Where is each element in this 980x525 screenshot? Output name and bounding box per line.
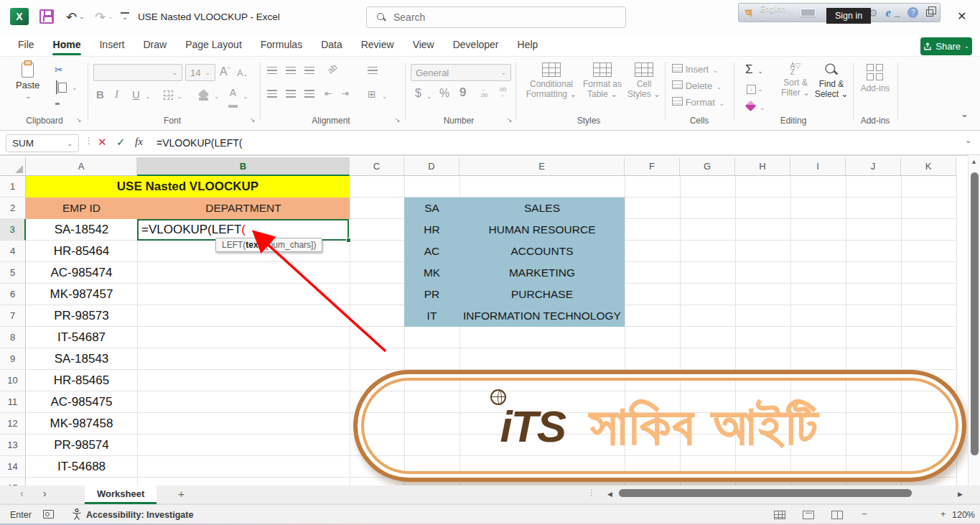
orientation-icon[interactable]: ab [325, 62, 339, 75]
underline-button[interactable]: U [132, 88, 140, 101]
formula-bar-drag-dots[interactable]: ⋮ [85, 136, 93, 146]
table-row[interactable]: ACACCOUNTS [404, 241, 625, 262]
undo-button[interactable]: ↶⌄ [66, 9, 85, 24]
currency-format-icon[interactable]: $ [415, 87, 421, 100]
table-row[interactable]: MKMARKETING [404, 262, 625, 284]
chevron-down-icon[interactable]: ⌄ [243, 93, 248, 100]
lookup-code-cell[interactable]: SA [404, 198, 459, 219]
scroll-right-icon[interactable]: ▶ [958, 491, 963, 498]
format-cells-button[interactable]: Format ⌄ [672, 97, 724, 108]
page-layout-view-icon[interactable] [803, 511, 814, 519]
lookup-code-cell[interactable]: IT [404, 305, 459, 327]
tab-formulas[interactable]: Formulas [251, 36, 312, 55]
scroll-up-icon[interactable]: ▲ [971, 158, 977, 165]
chevron-down-icon[interactable]: ⌄ [382, 93, 388, 100]
cell-emp-id[interactable]: SA-18543 [26, 348, 137, 370]
format-as-table-button[interactable]: Format asTable ⌄ [580, 62, 625, 99]
search-input[interactable] [393, 11, 594, 23]
row-header[interactable]: 8 [0, 327, 26, 348]
cancel-formula-icon[interactable]: ✕ [98, 136, 107, 149]
cell-emp-id[interactable]: IT-54688 [26, 456, 137, 478]
row-header[interactable]: 15 [0, 478, 26, 485]
sign-in-tooltip[interactable]: Sign in [826, 8, 871, 24]
cell-emp-id[interactable]: IT-54687 [26, 327, 137, 348]
autosum-button[interactable]: Σ ⌄ [745, 62, 763, 77]
chevron-down-icon[interactable]: ⌄ [72, 84, 78, 91]
normal-view-icon[interactable] [774, 511, 785, 519]
tab-page-layout[interactable]: Page Layout [176, 36, 251, 55]
decrease-indent-icon[interactable]: ⇤ [325, 88, 332, 98]
paste-button[interactable]: Paste ⌄ [16, 62, 39, 100]
lookup-name-cell[interactable]: PURCHASE [459, 284, 625, 305]
borders-icon[interactable] [164, 90, 173, 100]
lookup-code-cell[interactable]: AC [404, 241, 459, 262]
row-header[interactable]: 7 [0, 305, 26, 327]
language-selector[interactable]: English ⌄ [760, 4, 792, 22]
expand-formula-bar-icon[interactable]: ⌄ [965, 136, 971, 145]
keyboard-icon[interactable] [801, 9, 816, 17]
copy-icon[interactable] [56, 80, 57, 94]
sheet-tab-worksheet[interactable]: Worksheet [85, 485, 157, 504]
cell-emp-id[interactable]: HR-85465 [26, 370, 137, 391]
table-row[interactable]: PRPURCHASE [404, 284, 625, 305]
column-header-h[interactable]: H [735, 157, 790, 176]
increase-decimal-icon[interactable]: ←.00 [480, 87, 487, 98]
formula-input[interactable]: =VLOOKUP(LEFT( [157, 137, 242, 149]
table-row[interactable]: ITINFORMATION TECHNOLOGY [404, 305, 625, 327]
column-header-k[interactable]: K [901, 157, 956, 176]
column-header-b[interactable]: B [137, 157, 350, 176]
percent-format-icon[interactable]: % [439, 87, 449, 100]
lookup-name-cell[interactable]: HUMAN RESOURCE [459, 219, 625, 241]
tab-draw[interactable]: Draw [134, 36, 176, 55]
scroll-left-icon[interactable]: ◀ [607, 491, 612, 498]
tab-developer[interactable]: Developer [444, 36, 508, 55]
find-select-button[interactable]: Find &Select ⌄ [814, 62, 849, 99]
row-header[interactable]: 5 [0, 262, 26, 284]
shrink-font-button[interactable]: A⌄ [237, 68, 248, 78]
ie-browser-icon[interactable]: e [885, 6, 891, 20]
select-all-corner[interactable] [0, 157, 26, 176]
enter-formula-icon[interactable]: ✓ [116, 136, 126, 149]
page-break-view-icon[interactable] [831, 511, 843, 519]
cell-emp-id[interactable]: MK-987458 [26, 413, 137, 435]
cell-b2-department-header[interactable]: DEPARTMENT [137, 198, 350, 219]
column-header-g[interactable]: G [680, 157, 735, 176]
search-box[interactable] [366, 6, 626, 28]
row-header[interactable]: 14 [0, 456, 26, 478]
accessibility-status[interactable]: Accessibility: Investigate [86, 510, 193, 520]
cell-a1-title[interactable]: USE Nasted VLOOCKUP [26, 176, 350, 198]
cell-emp-id[interactable]: PR-98574 [26, 435, 137, 456]
conditional-formatting-button[interactable]: ConditionalFormatting ⌄ [526, 62, 577, 99]
table-row[interactable]: SASALES [404, 198, 625, 219]
excel-app-icon[interactable]: X [10, 8, 29, 25]
macro-record-icon[interactable] [43, 510, 54, 519]
align-center-icon[interactable] [286, 90, 296, 98]
align-right-icon[interactable] [304, 90, 314, 98]
clear-button[interactable]: ⌄ [747, 100, 765, 113]
chevron-down-icon[interactable]: ⌄ [214, 93, 220, 100]
tab-home[interactable]: Home [44, 36, 90, 55]
chevron-down-icon[interactable]: ⌄ [177, 93, 182, 100]
row-header[interactable]: 10 [0, 370, 26, 391]
row-header[interactable]: 3 [0, 219, 26, 241]
row-header[interactable]: 12 [0, 413, 26, 435]
vertical-scrollbar[interactable]: ▲ [968, 155, 980, 485]
insert-cells-button[interactable]: Insert ⌄ [672, 64, 718, 75]
fill-button[interactable]: ↓⌄ [747, 81, 763, 94]
sort-filter-button[interactable]: A▽Z Sort &Filter ⌄ [780, 62, 811, 98]
zoom-level[interactable]: 120% [952, 510, 975, 520]
bold-button[interactable]: B [96, 88, 104, 101]
number-dialog-launcher-icon[interactable]: ↘ [507, 116, 513, 124]
customize-quick-access-icon[interactable]: ⌄ [121, 12, 129, 22]
column-header-f[interactable]: F [625, 157, 680, 176]
vertical-scroll-thumb[interactable] [971, 172, 979, 455]
align-top-icon[interactable] [267, 67, 277, 75]
tab-review[interactable]: Review [352, 36, 403, 55]
insert-function-icon[interactable]: fx [135, 136, 143, 148]
cell-styles-button[interactable]: CellStyles ⌄ [626, 62, 662, 99]
next-sheet-icon[interactable]: › [43, 488, 47, 499]
column-header-e[interactable]: E [459, 157, 625, 176]
zoom-out-icon[interactable]: − [862, 509, 867, 519]
grow-font-button[interactable]: A^ [220, 65, 230, 78]
decrease-decimal-icon[interactable]: .00→ [498, 87, 506, 98]
